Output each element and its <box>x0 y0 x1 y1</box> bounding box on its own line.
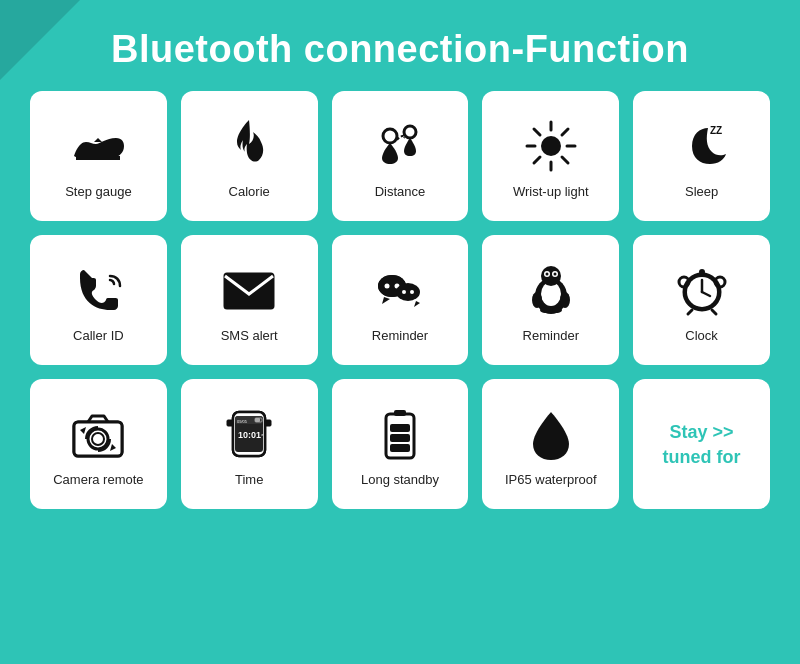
sms-alert-label: SMS alert <box>221 328 278 345</box>
shoe-icon <box>66 114 130 178</box>
feature-caller-id: Caller ID <box>30 235 167 365</box>
ip65-waterproof-label: IP65 waterproof <box>505 472 597 489</box>
svg-point-18 <box>384 283 389 288</box>
camera-remote-label: Camera remote <box>53 472 143 489</box>
svg-point-22 <box>410 290 414 294</box>
svg-point-29 <box>553 272 556 275</box>
feature-ip65-waterproof: IP65 waterproof <box>482 379 619 509</box>
camera-icon <box>66 402 130 466</box>
svg-rect-63 <box>390 424 410 432</box>
feature-stay-tuned: Stay >>tuned for <box>633 379 770 509</box>
svg-point-3 <box>407 129 412 134</box>
svg-point-33 <box>552 307 562 313</box>
page-title: Bluetooth connection-Function <box>0 0 800 91</box>
svg-point-20 <box>396 283 420 301</box>
feature-calorie: Calorie <box>181 91 318 221</box>
svg-text:09/05: 09/05 <box>237 419 248 424</box>
clock-label: Clock <box>685 328 718 345</box>
features-grid: Step gauge Calorie Distance <box>0 91 800 529</box>
feature-sms-alert: SMS alert <box>181 235 318 365</box>
svg-point-4 <box>541 136 561 156</box>
watch-face-icon: 09/05 10:01 * <box>217 402 281 466</box>
alarm-clock-icon <box>670 258 734 322</box>
sleep-label: Sleep <box>685 184 718 201</box>
svg-rect-14 <box>225 274 273 308</box>
svg-line-41 <box>712 310 716 314</box>
feature-reminder-wechat: Reminder <box>332 235 469 365</box>
feature-wrist-up-light: Wrist-up light <box>482 91 619 221</box>
feature-distance: Distance <box>332 91 469 221</box>
svg-point-31 <box>560 292 570 308</box>
time-label: Time <box>235 472 263 489</box>
svg-rect-51 <box>265 420 271 426</box>
stay-tuned-text: Stay >>tuned for <box>663 420 741 470</box>
svg-text:ZZ: ZZ <box>710 125 722 136</box>
svg-rect-62 <box>390 434 410 442</box>
svg-point-32 <box>540 307 550 313</box>
penguin-icon <box>519 258 583 322</box>
reminder-penguin-label: Reminder <box>523 328 579 345</box>
svg-rect-50 <box>227 420 233 426</box>
svg-point-25 <box>541 266 561 286</box>
svg-line-12 <box>534 157 540 163</box>
svg-text:10:01: 10:01 <box>238 430 261 440</box>
svg-point-1 <box>387 133 393 139</box>
svg-point-39 <box>699 269 705 275</box>
calorie-label: Calorie <box>229 184 270 201</box>
location-icon <box>368 114 432 178</box>
envelope-icon <box>217 258 281 322</box>
svg-point-43 <box>715 277 725 287</box>
svg-line-11 <box>562 129 568 135</box>
feature-time: 09/05 10:01 * Time <box>181 379 318 509</box>
feature-clock: Clock <box>633 235 770 365</box>
svg-line-40 <box>688 310 692 314</box>
wrist-up-light-label: Wrist-up light <box>513 184 589 201</box>
water-drop-icon <box>519 402 583 466</box>
svg-line-10 <box>562 157 568 163</box>
caller-id-label: Caller ID <box>73 328 124 345</box>
step-gauge-label: Step gauge <box>65 184 132 201</box>
svg-point-42 <box>679 277 689 287</box>
phone-icon <box>66 258 130 322</box>
svg-rect-60 <box>394 410 406 416</box>
battery-icon <box>368 402 432 466</box>
svg-rect-56 <box>255 418 260 422</box>
svg-rect-61 <box>390 444 410 452</box>
feature-reminder-penguin: Reminder <box>482 235 619 365</box>
svg-point-30 <box>532 292 542 308</box>
wechat-icon <box>368 258 432 322</box>
sun-icon <box>519 114 583 178</box>
svg-line-9 <box>534 129 540 135</box>
reminder-wechat-label: Reminder <box>372 328 428 345</box>
distance-label: Distance <box>375 184 426 201</box>
feature-long-standby: Long standby <box>332 379 469 509</box>
svg-point-21 <box>402 290 406 294</box>
svg-point-28 <box>545 272 548 275</box>
feature-camera-remote: Camera remote <box>30 379 167 509</box>
long-standby-label: Long standby <box>361 472 439 489</box>
feature-step-gauge: Step gauge <box>30 91 167 221</box>
feature-sleep: ZZ Sleep <box>633 91 770 221</box>
moon-icon: ZZ <box>670 114 734 178</box>
flame-icon <box>217 114 281 178</box>
